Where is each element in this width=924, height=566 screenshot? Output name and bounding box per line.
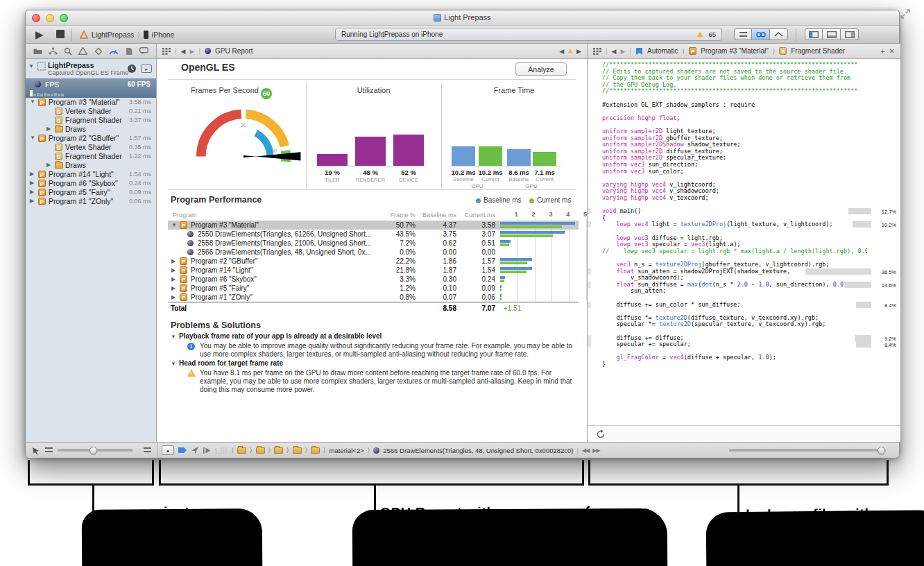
disclosure-triangle[interactable]: ▶ bbox=[171, 276, 176, 282]
breadcrumb-folder-icon[interactable] bbox=[237, 447, 246, 454]
version-editor-button[interactable] bbox=[770, 28, 788, 40]
capture-time-icon[interactable] bbox=[127, 64, 137, 74]
tree-row[interactable]: ▶PProgram #6 "Skybox"0.24 ms bbox=[26, 179, 156, 188]
disclosure-triangle[interactable]: ▶ bbox=[30, 180, 34, 186]
filter-pointer-icon[interactable] bbox=[32, 447, 40, 455]
code-line[interactable] bbox=[602, 121, 867, 128]
code-line[interactable]: uniform sampler2D diffuse_texture; bbox=[602, 148, 867, 155]
code-line[interactable] bbox=[602, 108, 867, 115]
disclosure-triangle[interactable]: ▶ bbox=[30, 171, 34, 177]
assistant-editor-button[interactable] bbox=[752, 28, 770, 40]
code-line[interactable] bbox=[602, 295, 867, 302]
code-line[interactable]: gl_FragColor = vec4(diffuse + specular, … bbox=[602, 354, 867, 361]
code-line[interactable]: varying highp vec4 v_shadowcoord; bbox=[602, 188, 867, 195]
titlebar[interactable]: Light Prepass bbox=[26, 10, 899, 26]
code-line[interactable]: // the GPU Debug Log. bbox=[602, 82, 867, 89]
related-items-icon[interactable] bbox=[162, 48, 171, 55]
hide-debug-area-button[interactable]: ▲ bbox=[162, 445, 174, 455]
tree-row[interactable]: ▼PProgram #2 "GBuffer"1.57 ms bbox=[26, 134, 156, 143]
disclosure-triangle[interactable]: ▶ bbox=[46, 126, 51, 132]
code-line[interactable]: //**************************************… bbox=[602, 88, 867, 95]
code-line[interactable] bbox=[602, 95, 867, 102]
inspector-toggle-button[interactable] bbox=[841, 28, 859, 40]
analyze-button[interactable]: Analyze bbox=[515, 62, 567, 76]
tree-row[interactable]: ▶PProgram #14 "Light"1.54 ms bbox=[26, 170, 156, 179]
code-line[interactable]: lowp vec4 light = texture2DProj(light_te… bbox=[602, 221, 867, 228]
code-line[interactable]: { bbox=[602, 215, 867, 222]
standard-editor-button[interactable] bbox=[734, 28, 752, 40]
list-view-icon[interactable] bbox=[144, 447, 151, 452]
tree-row[interactable]: SVertex Shader0.35 ms bbox=[26, 143, 156, 152]
jump-automatic[interactable]: Automatic bbox=[647, 47, 678, 55]
frame-grid-icon[interactable] bbox=[220, 447, 228, 454]
breadcrumb-folder-icon[interactable] bbox=[256, 447, 265, 454]
fullscreen-icon[interactable] bbox=[900, 9, 910, 19]
code-line[interactable] bbox=[602, 228, 867, 235]
tree-row[interactable]: ▼PProgram #3 "Material"3.58 ms bbox=[26, 98, 156, 107]
log-navigator-icon[interactable] bbox=[139, 47, 148, 55]
tree-row[interactable]: SFragment Shader3.37 ms bbox=[26, 116, 156, 125]
forward-button[interactable]: ▶ bbox=[190, 48, 195, 55]
code-line[interactable]: float sun_diffuse = max(dot(n_s * 2.0 - … bbox=[602, 282, 867, 289]
code-line[interactable]: diffuse += sun_color * sun_diffuse; bbox=[602, 302, 867, 309]
code-line[interactable]: uniform sampler2DShadow shadow_texture; bbox=[602, 142, 867, 148]
code-line[interactable]: specular += specular; bbox=[602, 341, 867, 348]
code-line[interactable]: uniform sampler2D specular_texture; bbox=[602, 155, 867, 162]
code-line[interactable]: diffuse += diffuse; bbox=[602, 335, 867, 342]
issue-warning-icon[interactable] bbox=[567, 49, 573, 53]
disclosure-triangle[interactable]: ▼ bbox=[171, 334, 176, 340]
step-icon[interactable] bbox=[203, 447, 212, 454]
frame-scrubber-track[interactable] bbox=[729, 449, 886, 452]
code-line[interactable] bbox=[602, 328, 867, 335]
issue-navigator-icon[interactable] bbox=[78, 47, 87, 55]
next-draw-call-button[interactable]: ▶▶ bbox=[592, 447, 599, 454]
related-items-icon[interactable] bbox=[593, 48, 601, 55]
tree-row[interactable]: ▶Draws bbox=[26, 125, 156, 134]
column-header-frame[interactable]: Frame % bbox=[374, 212, 416, 218]
code-line[interactable]: #extension GL_EXT_shadow_samplers : requ… bbox=[602, 102, 867, 109]
refresh-icon[interactable] bbox=[596, 429, 606, 439]
code-line[interactable]: uniform vec3 sun_color; bbox=[602, 169, 867, 175]
code-line[interactable]: v_shadowcoord); bbox=[602, 275, 867, 282]
back-button[interactable]: ◀ bbox=[181, 48, 186, 55]
code-line[interactable]: lowp vec3 diffuse = light.rgb; bbox=[602, 235, 867, 242]
code-line[interactable]: precision highp float; bbox=[602, 115, 867, 122]
jump-fragment-shader[interactable]: Fragment Shader bbox=[791, 47, 845, 55]
table-row[interactable]: 2550 DrawElements(Triangles, 61266, Unsi… bbox=[168, 230, 579, 239]
code-line[interactable]: varying highp vec4 v_texcoord; bbox=[602, 195, 867, 202]
project-navigator-icon[interactable] bbox=[33, 47, 42, 55]
jump-program[interactable]: Program #3 "Material" bbox=[701, 47, 769, 55]
code-line[interactable] bbox=[602, 308, 867, 315]
scheme-selector[interactable]: LightPrepass ⟩ iPhone bbox=[80, 26, 175, 44]
breakpoints-toggle-icon[interactable] bbox=[178, 446, 187, 454]
breadcrumb-folder-icon[interactable] bbox=[311, 447, 320, 454]
disclosure-triangle[interactable]: ▶ bbox=[171, 285, 176, 291]
next-issue-button[interactable]: ▶ bbox=[576, 48, 581, 55]
fps-row[interactable]: FPS 60 FPS bbox=[26, 78, 156, 98]
debug-navigator-icon[interactable] bbox=[109, 47, 119, 55]
code-line[interactable]: // lowp vec3 specular = light.rgb * max(… bbox=[602, 248, 867, 255]
shader-source-code[interactable]: //**************************************… bbox=[588, 59, 900, 425]
table-row[interactable]: ▼PProgram #3 "Material"50.7%4.373.58 bbox=[168, 221, 579, 230]
detail-slider-knob[interactable] bbox=[89, 447, 97, 454]
code-line[interactable]: diffuse *= texture2D(diffuse_texture, v_… bbox=[602, 315, 867, 322]
code-line[interactable]: specular *= texture2D(specular_texture, … bbox=[602, 321, 867, 328]
disclosure-triangle[interactable]: ▶ bbox=[46, 162, 51, 168]
breakpoint-navigator-icon[interactable] bbox=[125, 47, 133, 55]
symbol-navigator-icon[interactable] bbox=[49, 47, 58, 55]
disclosure-triangle[interactable]: ▼ bbox=[171, 222, 177, 228]
list-view-icon[interactable] bbox=[45, 447, 53, 452]
forward-button[interactable]: ▶ bbox=[621, 48, 626, 55]
disclosure-triangle[interactable]: ▼ bbox=[30, 135, 35, 141]
table-row[interactable]: ▶PProgram #1 "ZOnly"0.8%0.070.06 bbox=[168, 293, 579, 302]
prev-issue-button[interactable]: ◀ bbox=[559, 48, 564, 55]
frame-scrubber-knob[interactable] bbox=[878, 447, 885, 454]
previous-draw-call-button[interactable]: ◀◀ bbox=[582, 447, 589, 454]
close-assistant-button[interactable]: ✕ bbox=[889, 47, 895, 55]
navigator-toggle-button[interactable] bbox=[805, 28, 823, 40]
code-line[interactable]: lowp vec3 specular = vec3(light.a); bbox=[602, 241, 867, 248]
disclosure-triangle[interactable]: ▶ bbox=[171, 258, 176, 264]
code-line[interactable]: //**************************************… bbox=[602, 62, 867, 69]
stop-button[interactable] bbox=[56, 30, 65, 38]
capture-header[interactable]: ▼ LightPrepass Captured OpenGL ES Frame … bbox=[26, 59, 156, 78]
